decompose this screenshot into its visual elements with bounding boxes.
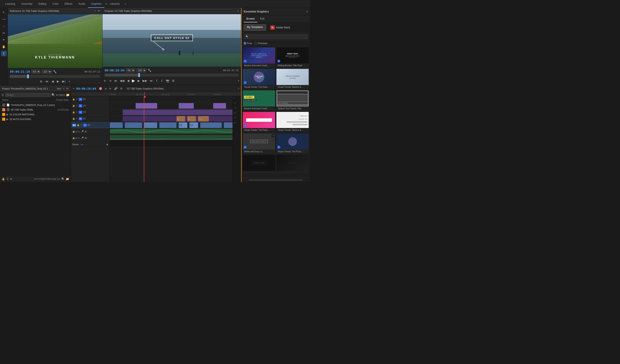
timeline-timecode[interactable]: 00:00:28:04 — [76, 87, 96, 90]
program-timecode[interactable]: 00:00:28:04 — [105, 69, 125, 72]
program-step-back-button[interactable]: ◀◀ — [119, 78, 125, 83]
template-card-11[interactable]: LOWER THIRD — [243, 155, 275, 173]
program-wrench-icon[interactable]: 🔧 — [148, 69, 151, 72]
template-card-9[interactable]: CALL OUT STYLE 02 ✓ ℹ White and Gray Lo.… — [243, 133, 275, 154]
track-v1-clip1[interactable] — [110, 122, 123, 128]
source-go-to-in-button[interactable]: ⏮ — [45, 79, 49, 83]
track-v1-clip5[interactable]: fx — [179, 122, 187, 128]
track-v4-clip2[interactable]: fx — [179, 103, 194, 109]
selection-tool-button[interactable]: ↖ — [1, 9, 7, 15]
template-card-2[interactable]: FIRST TEXT ADD SECOND TEXT Third Text He… — [277, 47, 309, 68]
template-card-4[interactable]: Silence & Solitude Transition Visual Tre… — [277, 69, 309, 89]
pen-tool-button[interactable]: ✒ — [1, 37, 7, 43]
program-mark-out-button[interactable]: ⊲ — [108, 78, 112, 83]
my-templates-button[interactable]: My Templates — [244, 24, 266, 31]
project-footer-grid-icon[interactable]: ⊞ — [10, 178, 12, 181]
essential-graphics-menu-icon[interactable]: ≡ — [306, 10, 308, 13]
track-v1-clip3[interactable] — [144, 122, 157, 128]
project-footer-search-icon[interactable]: 🔍 — [61, 178, 64, 181]
track-v5-eye-icon[interactable]: 👁 — [76, 98, 78, 100]
nav-item-graphics[interactable]: Graphics — [88, 0, 104, 8]
program-playhead[interactable] — [138, 73, 140, 77]
track-v2-eye-icon[interactable]: 👁 — [76, 118, 78, 120]
track-a1-mic-icon[interactable]: 🎤 — [80, 130, 84, 133]
program-mark-in-button[interactable]: ⊳ — [103, 78, 107, 83]
track-v3-lock-icon[interactable]: 🔒 — [72, 111, 75, 113]
source-playhead[interactable] — [27, 75, 29, 78]
callout-graphic-box[interactable]: CALL OUT STYLE 02 — [151, 34, 193, 41]
track-select-tool-button[interactable]: ⟹ — [1, 16, 7, 22]
timeline-close-icon[interactable]: ✕ — [73, 87, 75, 90]
nav-item-editing[interactable]: Editing — [35, 0, 49, 8]
track-v5-lock-icon[interactable]: 🔒 — [72, 98, 75, 100]
track-v1-clip6[interactable]: fx — [189, 122, 198, 128]
track-v2-clip3[interactable]: fx — [187, 116, 196, 121]
project-item-prproj[interactable]: 📄 PremierePro_NAB2018_Drop_02.1.prproj — [0, 103, 71, 107]
project-item-color[interactable]: ▶ 01 COLOR MATCHING — [0, 112, 71, 117]
source-fit-select[interactable]: Fit — [31, 70, 40, 74]
program-fit-select[interactable]: Fit — [126, 68, 135, 73]
track-v1-clip8[interactable] — [224, 122, 232, 128]
source-add-marker-button[interactable]: + — [68, 79, 71, 83]
template-card-5[interactable]: UP NEXT DOUBLE HERE Modern Animated Grad… — [243, 90, 275, 111]
hand-tool-button[interactable]: ✋ — [1, 44, 7, 49]
nav-item-effects[interactable]: Effects — [62, 0, 75, 8]
timeline-link-icon[interactable]: 🔗 — [113, 87, 118, 91]
adobe-stock-button[interactable]: St Adobe Stock — [268, 24, 292, 31]
program-button-editor-button[interactable]: ⊞ — [171, 78, 175, 83]
timeline-ripple-icon[interactable]: 🎯 — [98, 87, 103, 91]
program-lift-button[interactable]: ⇑ — [155, 78, 158, 83]
track-v4-clip1[interactable] — [136, 103, 157, 109]
project-panel-expand-icon[interactable]: ≫ — [66, 87, 69, 90]
track-v2-lock-icon[interactable]: 🔒 — [72, 118, 75, 120]
filter-free-checkbox[interactable]: ✓ Free — [244, 42, 252, 45]
source-wrench-icon[interactable]: 🔧 — [53, 70, 57, 73]
program-play-button[interactable]: ▶ — [132, 78, 135, 83]
project-footer-lock-icon[interactable]: 🔒 — [2, 178, 5, 181]
track-v1-clip2[interactable] — [125, 122, 142, 128]
essential-graphics-scrollbar[interactable] — [248, 180, 303, 181]
timeline-menu-icon[interactable]: ≡ — [238, 87, 239, 90]
source-timecode[interactable]: 00:00:21:19 — [10, 70, 30, 73]
timeline-marker-icon[interactable]: ⊳ — [108, 87, 112, 91]
template-card-10[interactable]: ✓ Visual Trends: The Fluid ... — [277, 133, 309, 154]
project-panel-menu-icon[interactable]: ≡ — [63, 87, 64, 90]
track-v2-clip2[interactable]: fx — [177, 116, 185, 121]
track-v4-eye-icon[interactable]: 👁 — [76, 105, 78, 107]
template-card-1[interactable]: BOLD SUBTITLE LOWER THIRD ASSISTANT ELEM… — [243, 47, 275, 68]
program-scrubber[interactable] — [105, 74, 239, 76]
track-v1-lock-icon[interactable]: 🔒 — [77, 124, 79, 126]
program-go-in-button[interactable]: ⏮ — [114, 78, 118, 83]
tab-browse[interactable]: Browse — [244, 15, 257, 22]
source-monitor-menu-icon[interactable]: ≡ — [94, 10, 96, 12]
template-card-3[interactable]: THE FLUID SELF ✓ Visual Trends: The Flui… — [243, 69, 275, 89]
project-footer-list-icon[interactable]: ☰ — [6, 178, 9, 181]
timeline-settings-icon[interactable]: ⚙ — [119, 87, 124, 91]
track-a2-mic-icon[interactable]: 🎤 — [80, 136, 84, 140]
program-step-back1-button[interactable]: ◀ — [126, 78, 130, 83]
nav-item-libraries[interactable]: Libraries — [107, 0, 123, 8]
source-quality-select[interactable]: 1/2 — [42, 70, 52, 74]
graphics-settings-icon[interactable]: ≡ — [105, 2, 107, 5]
project-item-trailer[interactable]: 🎬 00 TSB Trailer FINAL 23.976 fps — [0, 107, 71, 112]
template-card-8[interactable]: Silence & Solitude Title Visual Trends: … — [277, 112, 309, 132]
source-add-in-button[interactable]: ⊕ — [39, 79, 43, 83]
template-card-12[interactable]: CALL OUT — [277, 155, 309, 173]
track-v1-clip7[interactable] — [200, 122, 222, 128]
template-card-9-info-icon[interactable]: ℹ — [272, 134, 274, 137]
template-card-6[interactable]: FULL CONTROL Tabbed Text Panels Title... — [277, 90, 309, 111]
project-new-bin-icon[interactable]: 📁 — [66, 93, 70, 97]
project-footer-folder-icon[interactable]: 📁 — [66, 178, 69, 181]
source-monitor-expand-icon[interactable]: ≫ — [97, 9, 100, 12]
nav-item-color[interactable]: Color — [49, 0, 62, 8]
project-item-audio[interactable]: ▶ 02 AUTO-DUCKING — [0, 117, 71, 121]
timeline-magnet-icon[interactable]: ⌀ — [104, 87, 108, 91]
source-play-button[interactable]: ▶ — [56, 79, 60, 83]
rolling-edit-tool-button[interactable]: ⇔ — [1, 30, 7, 36]
track-v3-eye-icon[interactable]: 👁 — [76, 111, 78, 113]
tab-edit[interactable]: Edit — [257, 15, 267, 22]
track-v2-clip4[interactable]: A003_ — [198, 116, 209, 121]
source-scrubber[interactable] — [10, 75, 100, 78]
track-a1-lock-icon[interactable]: 🔒 — [72, 130, 75, 133]
nav-more-button[interactable]: » — [123, 2, 128, 5]
